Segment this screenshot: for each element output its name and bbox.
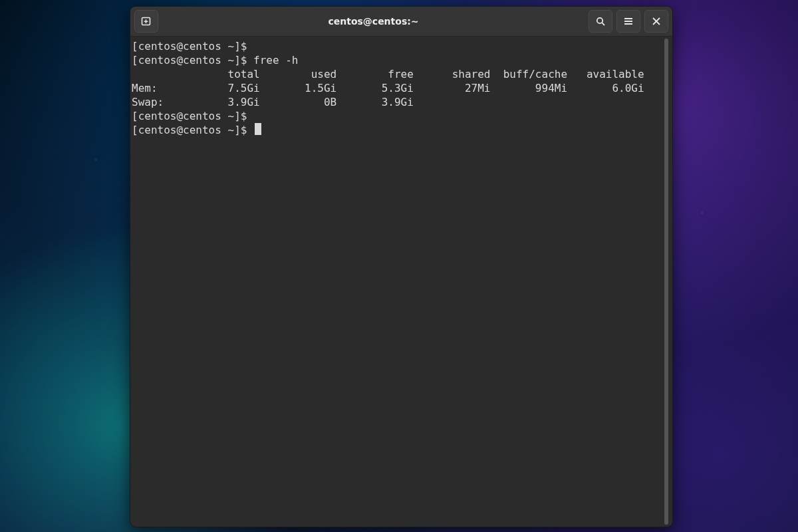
terminal-output: [centos@centos ~]$ [centos@centos ~]$ fr… (132, 39, 663, 137)
search-icon (595, 16, 606, 27)
close-icon (652, 17, 661, 26)
terminal-line: [centos@centos ~]$ (132, 110, 253, 122)
terminal-line: [centos@centos ~]$ free -h (132, 54, 298, 66)
new-tab-button[interactable] (134, 10, 158, 33)
hamburger-icon (623, 16, 634, 27)
terminal-line: Swap: 3.9Gi 0B 3.9Gi (132, 96, 414, 108)
terminal-window: centos@centos:~ (130, 6, 673, 527)
svg-point-3 (597, 18, 602, 23)
svg-line-4 (602, 23, 604, 25)
terminal-viewport[interactable]: [centos@centos ~]$ [centos@centos ~]$ fr… (130, 37, 663, 527)
scrollbar-thumb[interactable] (664, 39, 668, 525)
search-button[interactable] (589, 10, 612, 33)
new-tab-icon (140, 15, 152, 27)
titlebar: centos@centos:~ (130, 7, 672, 37)
window-title: centos@centos:~ (162, 16, 585, 27)
scrollbar[interactable] (663, 37, 672, 527)
terminal-line: [centos@centos ~]$ (132, 40, 253, 53)
terminal-line: [centos@centos ~]$ (132, 124, 253, 136)
terminal-line: total used free shared buff/cache availa… (132, 68, 644, 80)
terminal-body[interactable]: [centos@centos ~]$ [centos@centos ~]$ fr… (130, 37, 672, 527)
menu-button[interactable] (616, 10, 640, 33)
cursor-block (255, 123, 261, 135)
terminal-line: Mem: 7.5Gi 1.5Gi 5.3Gi 27Mi 994Mi 6.0Gi (132, 82, 644, 94)
close-button[interactable] (644, 10, 668, 33)
